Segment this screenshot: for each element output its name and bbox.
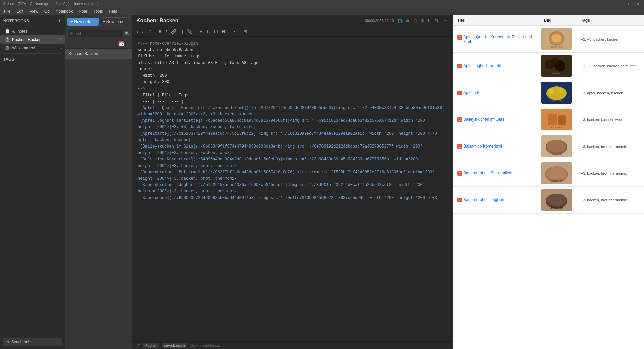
info-icon[interactable]: ℹ (428, 18, 429, 23)
editor-lang: de (406, 18, 410, 23)
titlebar: J Joplin (DEV - C:/Users/gruber/.config/… (0, 0, 644, 7)
line-bauernbrot-butter: |[Bauernbrot mit Buttermilch](:/063f7bff… (138, 170, 437, 181)
line-search: search: notebook:Backen (138, 48, 193, 52)
menu-go[interactable]: Go (42, 8, 52, 14)
close-button[interactable]: ✕ (635, 1, 641, 6)
tag-savedsearch[interactable]: savedsearch (162, 343, 187, 348)
svg-text:baileys cake: baileys cake (550, 126, 563, 129)
italic-button[interactable]: I (164, 28, 169, 35)
add-notebook-button[interactable]: + (57, 17, 62, 25)
note-title-5: Balsamico Körnerbrot (463, 144, 502, 149)
editor-header: Kochen: Backen 09/09/2023 12:10 🌐 de ⊡ ⊞… (132, 15, 453, 26)
preview-rows: J Apfel - Quark - Kuchen mit Zucker und … (453, 26, 644, 349)
cell-tags-2: +2, +3, backen, kuchen, tartelette (577, 53, 644, 79)
kochen-backen-count: 1 (60, 38, 62, 42)
kochen-backen-label: Kochen_Backen (12, 37, 58, 42)
table-row: J Bauernbrot mit Buttermilch Buttermilch (453, 160, 644, 187)
forward-button[interactable]: › (140, 28, 145, 35)
toolbar-divider-1 (155, 29, 155, 34)
bold-button[interactable]: B (157, 28, 163, 35)
cell-tags-3: +3, apfel, backen, kuchen (577, 79, 644, 106)
order-sort-button[interactable]: ↕ (126, 40, 130, 47)
link-button[interactable]: 🔗 (169, 28, 178, 35)
cell-titel-5: J Balsamico Körnerbrot (453, 133, 540, 160)
note-sort-bar: 📅 ↕ (65, 39, 132, 49)
line-baileys: |[Baileyskuchen im Glas](:/6b05349f1f674… (138, 144, 425, 155)
note-list-item[interactable]: Kochen: Backen (65, 49, 132, 59)
maximize-button[interactable]: □ (627, 1, 632, 6)
back-button[interactable]: ‹ (135, 28, 140, 35)
joplin-icon-5: J (457, 144, 462, 149)
svg-point-13 (557, 87, 563, 94)
editor-date: 09/09/2023 12:10 (365, 19, 394, 23)
cell-tags-6: +3, backen, brot, thermomix (577, 160, 644, 186)
note-list-panel: + New note + New to-do 🔍 📅 ↕ Kochen: Bac… (65, 15, 132, 349)
note-link-6[interactable]: J Bauernbrot mit Buttermilch (457, 171, 511, 176)
cell-titel-2: J Apfel Joghurt Tartlette (453, 53, 540, 79)
app-icon: J (3, 1, 5, 6)
toggle-layout-2[interactable]: ⊞ (421, 18, 424, 23)
menu-view[interactable]: View (27, 8, 41, 14)
minimize-button[interactable]: ─ (619, 1, 624, 6)
note-title-2: Apfel Joghurt Tartlette (463, 63, 503, 68)
note-link-5[interactable]: J Balsamico Körnerbrot (457, 144, 502, 149)
toggle-preview-button[interactable]: ✏ (442, 17, 449, 24)
menu-note[interactable]: Note (76, 8, 90, 14)
line-width: width: 200 (138, 73, 167, 78)
note-link-4[interactable]: J Baileyskuchen im Glas (457, 117, 504, 122)
note-list-toolbar: + New note + New to-do (65, 15, 132, 28)
preview-image-4: baileys cake (541, 109, 572, 130)
line-table-sep: | --- | --- | --- | (138, 99, 184, 104)
code-button[interactable]: {} (179, 28, 185, 35)
calendar-sort-button[interactable]: 📅 (118, 40, 125, 47)
heading-button[interactable]: H (220, 28, 227, 35)
hrule-button[interactable]: —•— (227, 28, 241, 35)
sidebar-item-willkommen[interactable]: 📓 Willkommen! 6 (0, 44, 65, 52)
external-edit-button[interactable]: ⤢ (146, 28, 153, 35)
table-button[interactable]: ⊞ (242, 28, 249, 35)
editor-title: Kochen: Backen (136, 18, 178, 24)
note-search-bar: 🔍 (65, 28, 132, 39)
note-link-3[interactable]: J Apfeltarte (457, 90, 480, 95)
sidebar-item-kochen-backen[interactable]: 📓 Kochen_Backen 1 (0, 35, 65, 44)
bullet-list-button[interactable]: ≡ (198, 28, 204, 35)
note-link-1[interactable]: J Apfel - Quark - Kuchen mit Zucker und … (457, 35, 536, 44)
toggle-layout-1[interactable]: ⊡ (414, 18, 417, 23)
preview-image-3: apple tarte (541, 82, 572, 104)
note-link-2[interactable]: J Apfel Joghurt Tartlette (457, 63, 503, 68)
attach-button[interactable]: 📎 (185, 28, 194, 35)
new-note-button[interactable]: + New note (67, 18, 99, 26)
notebook-icon: 📓 (5, 37, 10, 42)
note-title-6: Bauernbrot mit Buttermilch (463, 171, 511, 175)
tag-kochen[interactable]: Kochen (143, 343, 159, 348)
line-image: image: (138, 67, 152, 72)
cell-bild-6: Buttermilch (540, 160, 577, 186)
tags-header: TAGS (0, 55, 65, 64)
checklist-button[interactable]: ☑ (212, 28, 220, 35)
sync-button[interactable]: ↻ Synchronize (3, 338, 62, 346)
search-input[interactable] (67, 30, 124, 37)
joplin-icon-4: J (457, 117, 462, 122)
table-row: J Bauernbrot mit Joghurt Joghurt Brot (453, 187, 644, 214)
menu-notebook[interactable]: Notebook (53, 8, 75, 14)
menu-tools[interactable]: Tools (91, 8, 106, 14)
menu-file[interactable]: File (1, 8, 13, 14)
joplin-icon-6: J (457, 171, 462, 176)
menu-edit[interactable]: Edit (14, 8, 26, 14)
sidebar-item-all-notes[interactable]: 📋 All notes (0, 27, 65, 35)
cake-svg-3: apple tarte (541, 82, 572, 104)
new-todo-button[interactable]: + New to-do (100, 17, 130, 26)
toggle-markdown-button[interactable]: ⊟ (433, 17, 440, 24)
svg-point-21 (547, 140, 566, 152)
editor-content[interactable]: <!-- note-overview-plugin search: notebo… (132, 37, 453, 341)
click-to-add-tags[interactable]: Click to add tags... (190, 343, 220, 347)
numbered-list-button[interactable]: 1. (204, 28, 212, 35)
svg-text:apple cake: apple cake (551, 46, 562, 48)
sidebar-bottom: ↻ Synchronize (0, 335, 65, 349)
note-list-items: Kochen: Backen (65, 49, 132, 349)
line-bauernbrot-joghurt: |[Bauernbrot mit Joghurt](:/51629153ac5e… (138, 183, 427, 194)
note-link-7[interactable]: J Bauernbrot mit Joghurt (457, 197, 504, 202)
note-item-title: Kochen: Backen (69, 51, 129, 56)
svg-text:Joghurt Brot: Joghurt Brot (550, 207, 563, 209)
menu-help[interactable]: Help (106, 8, 120, 14)
